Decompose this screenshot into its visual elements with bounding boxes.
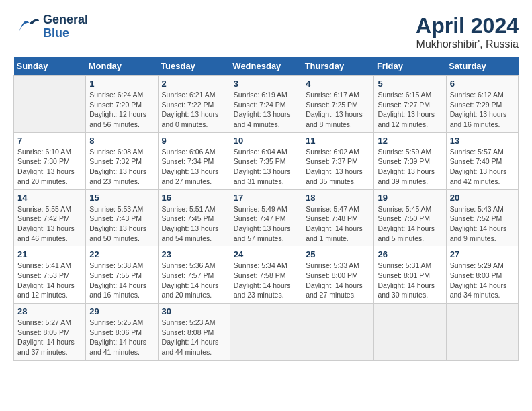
- day-number: 8: [89, 136, 154, 146]
- calendar-cell: 6Sunrise: 6:12 AM Sunset: 7:29 PM Daylig…: [446, 76, 518, 133]
- day-info: Sunrise: 6:02 AM Sunset: 7:37 PM Dayligh…: [306, 147, 370, 187]
- day-number: 13: [450, 136, 515, 146]
- calendar-cell: [230, 304, 302, 361]
- day-number: 22: [89, 249, 154, 259]
- calendar-cell: 22Sunrise: 5:38 AM Sunset: 7:55 PM Dayli…: [86, 246, 158, 304]
- calendar-cell: 25Sunrise: 5:33 AM Sunset: 8:00 PM Dayli…: [302, 246, 374, 304]
- day-number: 28: [17, 306, 82, 316]
- header-thursday: Thursday: [302, 57, 374, 76]
- calendar-cell: 2Sunrise: 6:21 AM Sunset: 7:22 PM Daylig…: [158, 76, 230, 133]
- calendar-cell: 19Sunrise: 5:45 AM Sunset: 7:50 PM Dayli…: [374, 189, 446, 246]
- calendar-cell: 23Sunrise: 5:36 AM Sunset: 7:57 PM Dayli…: [158, 246, 230, 304]
- calendar-week-4: 21Sunrise: 5:41 AM Sunset: 7:53 PM Dayli…: [14, 246, 519, 304]
- calendar-cell: 27Sunrise: 5:29 AM Sunset: 8:03 PM Dayli…: [446, 246, 518, 304]
- calendar-cell: 12Sunrise: 5:59 AM Sunset: 7:39 PM Dayli…: [374, 132, 446, 189]
- day-info: Sunrise: 5:36 AM Sunset: 7:57 PM Dayligh…: [162, 261, 226, 300]
- calendar-cell: 9Sunrise: 6:06 AM Sunset: 7:34 PM Daylig…: [158, 132, 230, 189]
- page-subtitle: Mukhorshibir', Russia: [416, 38, 519, 50]
- calendar-cell: 13Sunrise: 5:57 AM Sunset: 7:40 PM Dayli…: [446, 132, 518, 189]
- day-number: 12: [378, 136, 442, 146]
- logo-blue-text: Blue: [43, 27, 88, 40]
- day-number: 2: [162, 79, 226, 89]
- calendar-cell: 29Sunrise: 5:25 AM Sunset: 8:06 PM Dayli…: [86, 304, 158, 361]
- day-info: Sunrise: 5:57 AM Sunset: 7:40 PM Dayligh…: [450, 147, 515, 187]
- page-title: April 2024: [416, 13, 519, 38]
- day-number: 6: [450, 79, 515, 89]
- day-info: Sunrise: 6:17 AM Sunset: 7:25 PM Dayligh…: [306, 90, 370, 130]
- day-number: 20: [450, 193, 515, 203]
- day-info: Sunrise: 5:31 AM Sunset: 8:01 PM Dayligh…: [378, 261, 442, 300]
- day-info: Sunrise: 5:59 AM Sunset: 7:39 PM Dayligh…: [378, 147, 442, 187]
- day-number: 26: [378, 249, 442, 259]
- day-info: Sunrise: 6:08 AM Sunset: 7:32 PM Dayligh…: [89, 147, 154, 187]
- day-number: 14: [17, 193, 82, 203]
- calendar-cell: 30Sunrise: 5:23 AM Sunset: 8:08 PM Dayli…: [158, 304, 230, 361]
- day-number: 4: [306, 79, 370, 89]
- day-number: 25: [306, 249, 370, 259]
- day-info: Sunrise: 5:34 AM Sunset: 7:58 PM Dayligh…: [234, 261, 298, 300]
- header-saturday: Saturday: [446, 57, 518, 76]
- day-number: 10: [234, 136, 298, 146]
- logo: General Blue: [13, 13, 88, 40]
- calendar-cell: 3Sunrise: 6:19 AM Sunset: 7:24 PM Daylig…: [230, 76, 302, 133]
- calendar-cell: 8Sunrise: 6:08 AM Sunset: 7:32 PM Daylig…: [86, 132, 158, 189]
- day-number: 24: [234, 249, 298, 259]
- day-number: 17: [234, 193, 298, 203]
- day-info: Sunrise: 5:23 AM Sunset: 8:08 PM Dayligh…: [162, 318, 226, 357]
- header-tuesday: Tuesday: [158, 57, 230, 76]
- day-number: 23: [162, 249, 226, 259]
- day-info: Sunrise: 5:27 AM Sunset: 8:05 PM Dayligh…: [17, 318, 82, 357]
- logo-text: General Blue: [43, 13, 88, 40]
- page-header: General Blue April 2024 Mukhorshibir', R…: [13, 13, 519, 50]
- day-number: 15: [89, 193, 154, 203]
- day-info: Sunrise: 6:06 AM Sunset: 7:34 PM Dayligh…: [162, 147, 226, 187]
- day-info: Sunrise: 6:15 AM Sunset: 7:27 PM Dayligh…: [378, 90, 442, 130]
- calendar-cell: 11Sunrise: 6:02 AM Sunset: 7:37 PM Dayli…: [302, 132, 374, 189]
- calendar-cell: 20Sunrise: 5:43 AM Sunset: 7:52 PM Dayli…: [446, 189, 518, 246]
- calendar-cell: 1Sunrise: 6:24 AM Sunset: 7:20 PM Daylig…: [86, 76, 158, 133]
- calendar-cell: 28Sunrise: 5:27 AM Sunset: 8:05 PM Dayli…: [14, 304, 86, 361]
- calendar-cell: 15Sunrise: 5:53 AM Sunset: 7:43 PM Dayli…: [86, 189, 158, 246]
- header-monday: Monday: [86, 57, 158, 76]
- calendar-week-5: 28Sunrise: 5:27 AM Sunset: 8:05 PM Dayli…: [14, 304, 519, 361]
- day-info: Sunrise: 5:25 AM Sunset: 8:06 PM Dayligh…: [89, 318, 154, 357]
- day-info: Sunrise: 6:24 AM Sunset: 7:20 PM Dayligh…: [89, 90, 154, 130]
- calendar-cell: 16Sunrise: 5:51 AM Sunset: 7:45 PM Dayli…: [158, 189, 230, 246]
- calendar-cell: [14, 76, 86, 133]
- day-info: Sunrise: 5:53 AM Sunset: 7:43 PM Dayligh…: [89, 204, 154, 244]
- calendar-week-1: 1Sunrise: 6:24 AM Sunset: 7:20 PM Daylig…: [14, 76, 519, 133]
- calendar-week-3: 14Sunrise: 5:55 AM Sunset: 7:42 PM Dayli…: [14, 189, 519, 246]
- calendar-cell: 5Sunrise: 6:15 AM Sunset: 7:27 PM Daylig…: [374, 76, 446, 133]
- day-info: Sunrise: 5:51 AM Sunset: 7:45 PM Dayligh…: [162, 204, 226, 244]
- day-number: 16: [162, 193, 226, 203]
- title-area: April 2024 Mukhorshibir', Russia: [416, 13, 519, 50]
- day-info: Sunrise: 5:49 AM Sunset: 7:47 PM Dayligh…: [234, 204, 298, 244]
- calendar-cell: [302, 304, 374, 361]
- day-info: Sunrise: 5:29 AM Sunset: 8:03 PM Dayligh…: [450, 261, 515, 300]
- calendar-week-2: 7Sunrise: 6:10 AM Sunset: 7:30 PM Daylig…: [14, 132, 519, 189]
- day-number: 19: [378, 193, 442, 203]
- day-number: 11: [306, 136, 370, 146]
- day-number: 7: [17, 136, 82, 146]
- header-friday: Friday: [374, 57, 446, 76]
- header-sunday: Sunday: [14, 57, 86, 76]
- calendar-cell: 4Sunrise: 6:17 AM Sunset: 7:25 PM Daylig…: [302, 76, 374, 133]
- calendar-table: SundayMondayTuesdayWednesdayThursdayFrid…: [13, 57, 519, 361]
- day-info: Sunrise: 5:41 AM Sunset: 7:53 PM Dayligh…: [17, 261, 82, 300]
- day-info: Sunrise: 5:33 AM Sunset: 8:00 PM Dayligh…: [306, 261, 370, 300]
- calendar-cell: 17Sunrise: 5:49 AM Sunset: 7:47 PM Dayli…: [230, 189, 302, 246]
- calendar-cell: [446, 304, 518, 361]
- logo-general-text: General: [43, 13, 88, 27]
- day-info: Sunrise: 6:10 AM Sunset: 7:30 PM Dayligh…: [17, 147, 82, 187]
- calendar-cell: 21Sunrise: 5:41 AM Sunset: 7:53 PM Dayli…: [14, 246, 86, 304]
- day-number: 21: [17, 249, 82, 259]
- calendar-cell: 7Sunrise: 6:10 AM Sunset: 7:30 PM Daylig…: [14, 132, 86, 189]
- logo-icon: [13, 13, 40, 40]
- day-info: Sunrise: 5:38 AM Sunset: 7:55 PM Dayligh…: [89, 261, 154, 300]
- day-number: 3: [234, 79, 298, 89]
- day-info: Sunrise: 6:12 AM Sunset: 7:29 PM Dayligh…: [450, 90, 515, 130]
- calendar-cell: 26Sunrise: 5:31 AM Sunset: 8:01 PM Dayli…: [374, 246, 446, 304]
- calendar-cell: 24Sunrise: 5:34 AM Sunset: 7:58 PM Dayli…: [230, 246, 302, 304]
- day-number: 29: [89, 306, 154, 316]
- day-info: Sunrise: 6:04 AM Sunset: 7:35 PM Dayligh…: [234, 147, 298, 187]
